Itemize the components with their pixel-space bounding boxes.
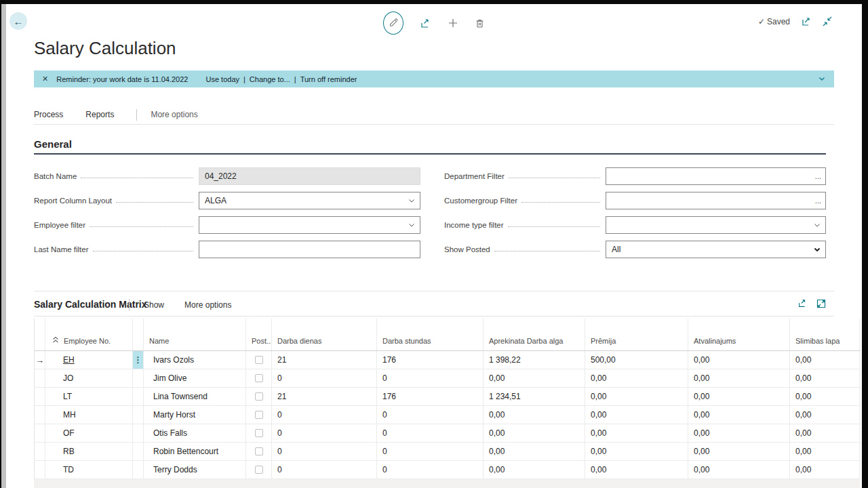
column-header-name[interactable]: Name	[144, 319, 246, 350]
cell-name[interactable]: Terry Dodds	[144, 461, 246, 479]
cell-darba-stundas[interactable]: 0	[377, 443, 484, 460]
cell-name[interactable]: Robin Bettencourt	[144, 443, 246, 460]
posted-checkbox[interactable]	[255, 356, 263, 364]
cell-premija[interactable]: 0,00	[585, 388, 688, 405]
edit-button[interactable]	[383, 12, 403, 35]
collapse-window-button[interactable]	[822, 16, 833, 26]
posted-checkbox[interactable]	[255, 447, 263, 455]
employee-no-link[interactable]: OF	[63, 428, 75, 438]
cell-atvalinajums[interactable]: 0,00	[688, 406, 790, 424]
cell-darba-dienas[interactable]: 0	[272, 424, 377, 442]
matrix-menu-show[interactable]: Show	[144, 300, 164, 310]
cell-aprekinata-darba-alga[interactable]: 1 234,51	[484, 388, 585, 405]
cell-slimibas-lapa[interactable]: 0,00	[790, 369, 860, 387]
back-button[interactable]: ←	[9, 12, 27, 30]
employee-no-link[interactable]: MH	[63, 410, 76, 420]
row-selector-cell[interactable]	[35, 369, 45, 387]
cell-slimibas-lapa[interactable]: 0,00	[790, 388, 860, 405]
chevron-down-icon[interactable]	[408, 197, 416, 205]
cell-name[interactable]: Marty Horst	[144, 406, 246, 424]
posted-checkbox[interactable]	[255, 374, 263, 382]
cell-atvalinajums[interactable]: 0,00	[688, 388, 790, 405]
cell-aprekinata-darba-alga[interactable]: 0,00	[484, 461, 585, 479]
chevron-down-icon[interactable]	[813, 245, 821, 253]
ellipsis-lookup-icon[interactable]: ...	[815, 172, 821, 180]
matrix-share-button[interactable]	[797, 298, 808, 308]
banner-link-change-to-[interactable]: Change to...	[250, 75, 290, 83]
cell-employee-no[interactable]: MH	[45, 406, 133, 424]
general-section-heading[interactable]: General	[34, 138, 72, 150]
cell-employee-no[interactable]: RB	[45, 443, 133, 460]
cell-premija[interactable]: 0,00	[585, 406, 688, 424]
cell-atvalinajums[interactable]: 0,00	[688, 424, 790, 442]
cell-posted[interactable]	[246, 461, 272, 479]
employee-no-link[interactable]: LT	[63, 392, 72, 401]
cell-posted[interactable]	[246, 388, 272, 405]
posted-checkbox[interactable]	[255, 392, 263, 401]
cell-name[interactable]: Lina Townsend	[144, 388, 246, 405]
cell-premija[interactable]: 0,00	[585, 424, 688, 442]
new-button[interactable]	[448, 18, 458, 28]
cell-darba-stundas[interactable]: 0	[377, 406, 484, 424]
cell-slimibas-lapa[interactable]: 0,00	[790, 461, 860, 479]
column-header-darba-dienas[interactable]: Darba dienas	[272, 319, 377, 350]
menu-process[interactable]: Process	[34, 110, 63, 119]
cell-employee-no[interactable]: EH	[45, 351, 133, 369]
department-filter-input[interactable]: ...	[606, 167, 826, 185]
cell-posted[interactable]	[246, 424, 272, 442]
cell-slimibas-lapa[interactable]: 0,00	[790, 443, 860, 460]
menu-more-options[interactable]: More options	[151, 110, 197, 119]
cell-darba-dienas[interactable]: 21	[272, 351, 377, 369]
row-selector-cell[interactable]	[35, 443, 45, 460]
column-header-atvalinajums[interactable]: Atvalinajums	[688, 319, 790, 350]
cell-darba-stundas[interactable]: 176	[377, 351, 484, 369]
chevron-down-icon[interactable]	[813, 221, 821, 229]
employee-no-link[interactable]: RB	[63, 447, 75, 456]
employee-no-link[interactable]: TD	[63, 465, 74, 474]
cell-darba-stundas[interactable]: 176	[377, 388, 484, 405]
cell-employee-no[interactable]: LT	[45, 388, 133, 405]
cell-atvalinajums[interactable]: 0,00	[688, 443, 790, 460]
cell-darba-dienas[interactable]: 0	[272, 369, 377, 387]
ellipsis-lookup-icon[interactable]: ...	[815, 197, 821, 205]
employee-filter-input[interactable]	[199, 216, 420, 234]
column-header-premija[interactable]: Prēmija	[585, 319, 688, 350]
chevron-down-icon[interactable]	[408, 221, 416, 229]
customergroup-filter-input[interactable]: ...	[606, 192, 826, 209]
cell-posted[interactable]	[246, 369, 272, 387]
delete-button[interactable]	[475, 18, 485, 29]
row-selector-cell[interactable]	[35, 461, 45, 479]
batch-name-input[interactable]: 04_2022	[199, 167, 420, 185]
column-header-darba-stundas[interactable]: Darba stundas	[377, 319, 484, 350]
cell-slimibas-lapa[interactable]: 0,00	[790, 424, 860, 442]
cell-darba-stundas[interactable]: 0	[377, 424, 484, 442]
cell-slimibas-lapa[interactable]: 0,00	[790, 351, 860, 369]
banner-expand-button[interactable]	[818, 75, 826, 83]
cell-premija[interactable]: 0,00	[585, 443, 688, 460]
cell-name[interactable]: Jim Olive	[144, 369, 246, 387]
cell-aprekinata-darba-alga[interactable]: 0,00	[484, 443, 585, 460]
banner-link-turn-off-reminder[interactable]: Turn off reminder	[300, 75, 357, 83]
cell-premija[interactable]: 0,00	[585, 461, 688, 479]
posted-checkbox[interactable]	[255, 429, 263, 437]
left-scroll-strip[interactable]	[1, 4, 6, 488]
row-selector-cell[interactable]	[35, 424, 45, 442]
cell-atvalinajums[interactable]: 0,00	[688, 351, 790, 369]
cell-employee-no[interactable]: JO	[45, 369, 133, 387]
cell-slimibas-lapa[interactable]: 0,00	[790, 406, 860, 424]
menu-reports[interactable]: Reports	[85, 110, 114, 119]
cell-aprekinata-darba-alga[interactable]: 0,00	[484, 406, 585, 424]
report-column-layout-input[interactable]: ALGA	[199, 192, 420, 209]
cell-posted[interactable]	[246, 351, 272, 369]
employee-no-link[interactable]: JO	[63, 373, 73, 383]
banner-close-icon[interactable]: ✕	[42, 75, 48, 83]
cell-name[interactable]: Ivars Ozols	[144, 351, 246, 369]
posted-checkbox[interactable]	[255, 466, 263, 474]
row-context-menu-button[interactable]: ⋮	[133, 351, 144, 369]
cell-employee-no[interactable]: TD	[45, 461, 133, 479]
cell-darba-dienas[interactable]: 0	[272, 406, 377, 424]
cell-darba-dienas[interactable]: 0	[272, 461, 377, 479]
cell-darba-dienas[interactable]: 21	[272, 388, 377, 405]
open-in-new-window-button[interactable]	[801, 16, 811, 26]
cell-darba-stundas[interactable]: 0	[377, 369, 484, 387]
